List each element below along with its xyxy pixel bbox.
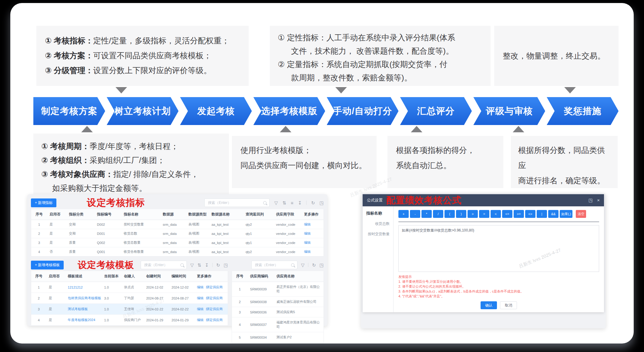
add-template-button[interactable]: + 新增考核模板 bbox=[31, 261, 64, 269]
table-row[interactable]: 2是交期D001收货总数srm_data表/视图aa_kpi_testqty1v… bbox=[31, 229, 324, 238]
operator-button[interactable]: + bbox=[398, 210, 409, 218]
cell-link[interactable]: 年度考核模板2024 bbox=[65, 315, 102, 325]
table-cell: 3 bbox=[232, 307, 248, 317]
template-search-box[interactable] bbox=[141, 261, 187, 269]
column-header: 供应商字段 bbox=[273, 209, 301, 220]
action-link[interactable]: 绑定供应商 bbox=[206, 318, 223, 322]
table-row[interactable]: 4否质量Q001收货合格数量srm_data表/视图aa_kpi_testqty… bbox=[31, 247, 324, 256]
cell-link[interactable]: 12121212 bbox=[65, 282, 102, 293]
action-link[interactable]: 编辑 bbox=[197, 307, 203, 311]
action-link[interactable]: 编辑 bbox=[304, 249, 311, 254]
connector-arrow-down bbox=[564, 87, 576, 93]
clear-button[interactable]: 清空 bbox=[576, 210, 586, 218]
table-row[interactable]: 2SRM00038威海正德弘远软件有限公司 bbox=[232, 297, 324, 307]
operator-button[interactable]: <= bbox=[502, 210, 512, 218]
search-input[interactable] bbox=[207, 200, 263, 205]
process-step: 手动/自动打分 bbox=[327, 97, 399, 125]
confirm-button[interactable]: 确认 bbox=[481, 301, 497, 309]
action-link[interactable]: 编辑 bbox=[304, 231, 311, 236]
table-row[interactable]: 1是交期D002按时交货数量srm_data表/视图aa_kpi_testqty… bbox=[31, 220, 324, 229]
process-step: 选择考核模版 bbox=[253, 97, 325, 125]
operator-button[interactable]: * bbox=[421, 210, 432, 218]
cell-link[interactable]: 测试考核模板 bbox=[65, 304, 102, 314]
operator-button[interactable]: | bbox=[537, 210, 547, 218]
table-cell: vendor_code bbox=[273, 247, 301, 256]
table-row[interactable]: 3是质量Q002收货总数量srm_data表/视图aa_kpi_testqty1… bbox=[31, 238, 324, 247]
table-cell: D001 bbox=[95, 229, 121, 238]
operator-button[interactable]: - bbox=[410, 210, 420, 218]
table-row[interactable]: 3SRM00036测试供应商5 bbox=[232, 307, 324, 317]
action-link[interactable]: 编辑 bbox=[304, 222, 311, 227]
cell-link[interactable]: 包材类供应商考核模板 bbox=[65, 293, 102, 303]
download-icon[interactable]: ↧ bbox=[205, 263, 209, 267]
table-row[interactable]: 3是测试考核模板1.0王佳琦2024-02-222024-02-22编辑绑定供应… bbox=[31, 304, 228, 315]
table-cell: 编辑绑定供应商 bbox=[194, 304, 228, 314]
table-cell: 张贞贞 bbox=[122, 282, 144, 293]
template-table: 序号启用否模板描述当前版本创建人创建时间编辑时间更多操作1是121212121.… bbox=[31, 271, 228, 326]
table-row[interactable]: 2是包材类供应商考核模板3.0丁均瑟2024-08-272024-08-27编辑… bbox=[31, 293, 228, 304]
operator-buttons: +-*/()>=<<=>=<>|&&如果(,) 清空 bbox=[398, 210, 599, 218]
action-link[interactable]: 绑定供应商 bbox=[206, 296, 223, 300]
operator-button[interactable]: ) bbox=[456, 210, 466, 218]
table-cell: 是 bbox=[46, 315, 65, 325]
column-header: 数据源类型 bbox=[186, 209, 209, 220]
action-link[interactable]: 绑定供应商 bbox=[206, 307, 223, 311]
operator-button[interactable]: < bbox=[491, 210, 501, 218]
refresh-icon[interactable]: ↻ bbox=[216, 263, 220, 267]
action-link[interactable]: 编辑 bbox=[197, 285, 203, 289]
supplier-table: 序号供应商编码供应商名称1SRM00039易正开拓软件（北京）有限公司2SRM0… bbox=[232, 271, 324, 343]
operator-button[interactable]: / bbox=[433, 210, 443, 218]
column-header: 指标编号 bbox=[95, 209, 121, 220]
operator-button[interactable]: 如果(,) bbox=[560, 210, 572, 218]
fullscreen-icon[interactable]: ◳ bbox=[589, 198, 593, 203]
action-link[interactable]: 编辑 bbox=[304, 240, 311, 245]
search-input[interactable] bbox=[254, 262, 291, 267]
sort-icon[interactable]: ⇅ bbox=[197, 263, 201, 267]
filter-icon[interactable]: ▽ bbox=[190, 263, 194, 267]
operator-button[interactable]: > bbox=[468, 210, 478, 218]
table-cell: 3 bbox=[31, 304, 46, 314]
operator-button[interactable]: <> bbox=[525, 210, 535, 218]
note-text: 设置分数上下限对应的评价等级。 bbox=[93, 66, 211, 75]
fullscreen-icon[interactable]: ◳ bbox=[224, 263, 228, 267]
operator-button[interactable]: = bbox=[479, 210, 489, 218]
action-link[interactable]: 编辑 bbox=[197, 318, 203, 322]
table-row[interactable]: 1SRM00039易正开拓软件（北京）有限公司 bbox=[232, 282, 324, 297]
table-cell: 质量 bbox=[66, 247, 94, 256]
table-row[interactable]: 1是121212121.0张贞贞2024-12-022024-12-02编辑绑定… bbox=[31, 282, 228, 293]
table-cell: 2 bbox=[31, 293, 46, 303]
refresh-icon[interactable]: ↻ bbox=[312, 263, 316, 267]
fullscreen-icon[interactable]: ◳ bbox=[320, 263, 324, 267]
indicator-search-box[interactable] bbox=[204, 198, 270, 207]
operator-button[interactable]: && bbox=[548, 210, 558, 218]
table-cell: 测试供应商5 bbox=[274, 307, 324, 317]
cancel-button[interactable]: 取消 bbox=[500, 301, 517, 309]
table-row[interactable]: 4SRM00037福建鸿星尔克体育用品有限公司 bbox=[232, 317, 324, 332]
add-indicator-button[interactable]: + 新增指标 bbox=[31, 198, 56, 207]
formula-textarea[interactable]: 如果(#按时交货数量/#收货总数>0.96,100,80) 吕新生 lvxs 2… bbox=[398, 225, 599, 272]
table-cell: 1.0 bbox=[102, 315, 122, 325]
supplier-search-box[interactable] bbox=[251, 261, 297, 269]
table-row[interactable]: 5SRM00034测试客户2 bbox=[232, 332, 324, 343]
filter-icon[interactable]: ▽ bbox=[274, 201, 278, 205]
action-link[interactable]: 编辑 bbox=[197, 296, 203, 300]
close-icon[interactable]: × bbox=[597, 198, 600, 203]
table-cell: 2024-02-22 bbox=[144, 304, 169, 314]
download-icon[interactable]: ↧ bbox=[298, 201, 302, 205]
sidebar-item-ontime-delivery[interactable]: 按时交货数量 bbox=[366, 232, 390, 237]
sort-icon[interactable]: ⇅ bbox=[282, 201, 286, 205]
filter-icon[interactable]: ▽ bbox=[301, 263, 305, 267]
operator-button[interactable]: >= bbox=[514, 210, 524, 218]
sidebar-item-received-total[interactable]: 收货总数 bbox=[366, 221, 390, 226]
operator-button[interactable]: ( bbox=[444, 210, 455, 218]
table-row[interactable]: 4是年度考核模板20241.0供应商门户2024-01-292024-01-29… bbox=[31, 315, 228, 326]
columns-icon[interactable]: ≡ bbox=[291, 201, 293, 205]
refresh-icon[interactable]: ↻ bbox=[311, 201, 315, 205]
action-link[interactable]: 绑定供应商 bbox=[206, 285, 223, 289]
connector-arrow-down bbox=[335, 87, 347, 93]
search-input[interactable] bbox=[144, 262, 180, 267]
table-cell: 2024-01-29 bbox=[169, 315, 195, 325]
fullscreen-icon[interactable]: ◳ bbox=[320, 201, 324, 205]
column-header: 供应商名称 bbox=[274, 271, 324, 282]
table-cell: 编辑 bbox=[302, 229, 324, 238]
